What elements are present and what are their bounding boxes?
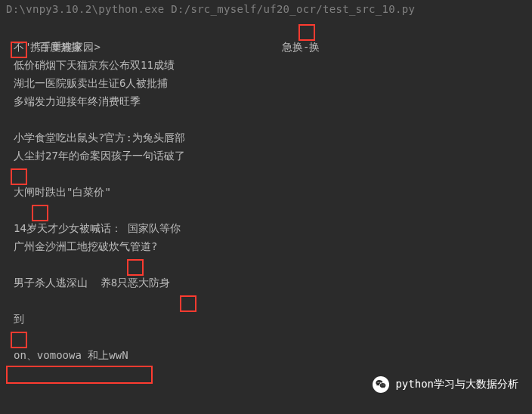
output-blank <box>14 201 518 219</box>
output-blank <box>14 328 518 346</box>
watermark-text: python学习与大数据分析 <box>395 378 518 391</box>
output-blank <box>14 255 518 273</box>
output-blank <box>14 292 518 310</box>
output-line: 14岁天才少女被喊话： 国家队等你 <box>14 219 518 237</box>
output-line: 广州金沙洲工地挖破炊气管道? <box>14 237 518 255</box>
output-line: 多端发力迎接年终消费旺季 <box>14 92 518 110</box>
output-line: 湖北一医院贩卖出生证6人被批捕 <box>14 74 518 92</box>
wechat-icon <box>373 376 389 393</box>
output-line: 男子杀人逃深山 养8只恶大防身 <box>14 273 518 292</box>
output-blank <box>14 165 518 183</box>
output-line: on、vomoowa 和上wwN <box>14 346 518 364</box>
command-line: D:\vnpy3.10.2\python.exe D:/src_myself/u… <box>0 0 532 17</box>
header-right: 急换-换 <box>282 41 320 53</box>
output-line: 低价硝烟下天猫京东公布双11成绩 <box>14 56 518 74</box>
header-row: 百度热搜 >急换-换 <box>14 20 518 38</box>
watermark: python学习与大数据分析 <box>373 376 518 393</box>
output-line: 人尘封27年的命案因孩子一句话破了 <box>14 147 518 165</box>
output-line: 到 <box>14 310 518 328</box>
ocr-highlight-box <box>6 366 153 384</box>
output-blank <box>14 110 518 128</box>
output-line: 大闸时跌出"白菜价" <box>14 183 518 201</box>
console-output: 百度热搜 >急换-换 不"携手重建家园 低价硝烟下天猫京东公布双11成绩 湖北一… <box>0 17 532 364</box>
output-line: 小学食堂吃出鼠头?官方:为兔头唇部 <box>14 128 518 147</box>
